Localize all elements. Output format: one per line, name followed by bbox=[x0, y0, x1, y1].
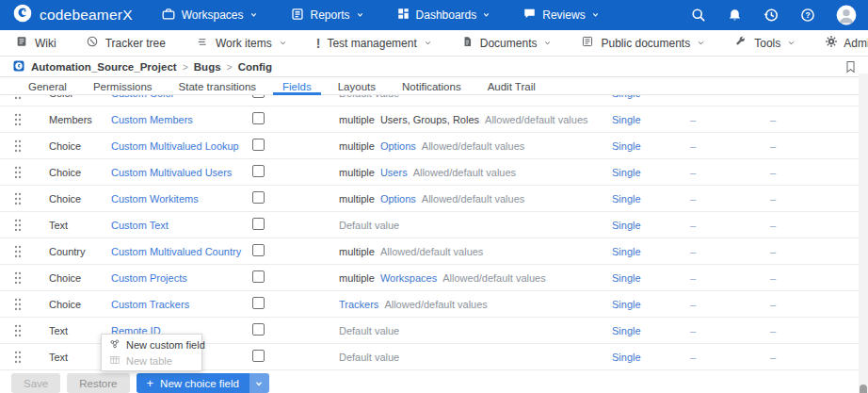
dash-value: – bbox=[770, 193, 868, 205]
field-checkbox[interactable] bbox=[252, 323, 265, 336]
tab-layouts[interactable]: Layouts bbox=[325, 77, 389, 94]
vertical-scrollbar-thumb[interactable] bbox=[860, 385, 867, 393]
field-name-link[interactable]: Custom Trackers bbox=[111, 299, 252, 310]
description-link[interactable]: Users bbox=[380, 167, 408, 178]
single-link[interactable]: Single bbox=[612, 272, 690, 284]
toolbar-test-management[interactable]: ! Test management bbox=[316, 37, 432, 50]
description-text: multiple bbox=[339, 193, 375, 205]
new-choice-field-button[interactable]: + New choice field bbox=[137, 373, 249, 393]
dash-value: – bbox=[770, 299, 868, 310]
tab-state-transitions[interactable]: State transitions bbox=[166, 77, 269, 94]
description-link[interactable]: Options bbox=[380, 140, 416, 152]
menu-item-new-table[interactable]: New table bbox=[102, 352, 201, 368]
description-text: Allowed/default values bbox=[380, 246, 483, 257]
drag-handle-icon[interactable] bbox=[0, 298, 49, 311]
field-name-link[interactable]: Custom Multivalued Users bbox=[111, 167, 252, 178]
single-link[interactable]: Single bbox=[612, 140, 690, 152]
tab-fields[interactable]: Fields bbox=[269, 77, 325, 94]
field-checkbox[interactable] bbox=[252, 297, 265, 309]
field-checkbox[interactable] bbox=[252, 95, 265, 98]
single-link[interactable]: Single bbox=[612, 220, 690, 231]
tab-permissions[interactable]: Permissions bbox=[80, 77, 166, 94]
field-checkbox[interactable] bbox=[252, 165, 265, 177]
drag-handle-icon[interactable] bbox=[0, 351, 49, 364]
nav-workspaces[interactable]: Workspaces bbox=[161, 7, 258, 25]
new-choice-field-caret-button[interactable] bbox=[249, 373, 269, 393]
search-icon[interactable] bbox=[690, 7, 707, 24]
save-button[interactable]: Save bbox=[11, 373, 60, 393]
field-name-link[interactable]: Custom Members bbox=[111, 114, 252, 125]
single-link[interactable]: Single bbox=[612, 352, 690, 363]
single-link[interactable]: Single bbox=[612, 325, 690, 336]
field-name-link[interactable]: Custom Color bbox=[111, 95, 252, 99]
drag-handle-icon[interactable] bbox=[0, 113, 49, 126]
toolbar-work-items[interactable]: Work items bbox=[195, 35, 287, 52]
single-link[interactable]: Single bbox=[612, 246, 690, 257]
breadcrumb-project-link[interactable]: Automation_Source_Project bbox=[31, 61, 177, 73]
field-checkbox[interactable] bbox=[252, 191, 265, 204]
single-link[interactable]: Single bbox=[612, 114, 690, 125]
breadcrumb-bugs-link[interactable]: Bugs bbox=[194, 61, 221, 73]
wrench-icon bbox=[734, 35, 747, 51]
toolbar-admin[interactable]: Admin bbox=[825, 35, 868, 51]
drag-handle-icon[interactable] bbox=[0, 219, 49, 232]
field-name-link[interactable]: Custom Text bbox=[111, 220, 252, 231]
single-link[interactable]: Single bbox=[612, 193, 690, 205]
toolbar-public-documents[interactable]: Public documents bbox=[581, 35, 705, 51]
single-link[interactable]: Single bbox=[612, 299, 690, 310]
tab-notifications[interactable]: Notifications bbox=[389, 77, 474, 94]
description-link[interactable]: Workspaces bbox=[380, 272, 437, 284]
field-checkbox[interactable] bbox=[252, 218, 265, 230]
bookmark-icon[interactable] bbox=[845, 60, 856, 75]
field-name-link[interactable]: Custom Workitems bbox=[111, 193, 252, 205]
single-link[interactable]: Single bbox=[612, 167, 690, 178]
notifications-bell-icon[interactable] bbox=[727, 8, 743, 24]
field-checkbox[interactable] bbox=[252, 112, 265, 124]
nav-reviews[interactable]: Reviews bbox=[522, 7, 599, 24]
toolbar-documents[interactable]: Documents bbox=[461, 35, 553, 51]
description-link[interactable]: Trackers bbox=[339, 299, 378, 310]
tab-general[interactable]: General bbox=[15, 77, 80, 94]
field-name-link[interactable]: Custom Multivalued Country bbox=[111, 246, 252, 257]
dash-value: – bbox=[690, 220, 770, 231]
field-checkbox[interactable] bbox=[252, 350, 265, 362]
field-name-link[interactable]: Custom Projects bbox=[111, 272, 252, 284]
field-description: TrackersAllowed/default values bbox=[339, 299, 612, 310]
drag-handle-icon[interactable] bbox=[0, 324, 49, 337]
single-link[interactable]: Single bbox=[612, 95, 690, 99]
field-checkbox[interactable] bbox=[252, 139, 265, 151]
field-checkbox[interactable] bbox=[252, 270, 265, 283]
toolbar-tracker-tree[interactable]: Tracker tree bbox=[86, 35, 166, 51]
drag-handle-icon[interactable] bbox=[0, 271, 49, 285]
history-icon[interactable] bbox=[763, 7, 780, 24]
tab-audit-trail[interactable]: Audit Trail bbox=[474, 77, 549, 94]
restore-button[interactable]: Restore bbox=[67, 373, 129, 393]
field-description: Default value bbox=[339, 95, 612, 99]
description-link[interactable]: Options bbox=[380, 193, 416, 205]
menu-item-new-custom-field[interactable]: New custom field bbox=[102, 336, 201, 352]
field-name-link[interactable]: Custom Multivalued Lookup bbox=[111, 140, 252, 152]
toolbar-tools[interactable]: Tools bbox=[734, 35, 796, 51]
description-text: Default value bbox=[339, 220, 399, 231]
dashboard-tiles-icon bbox=[396, 7, 410, 24]
help-icon[interactable]: ? bbox=[799, 7, 816, 24]
description-text: Allowed/default values bbox=[442, 272, 545, 284]
codebeamer-brand[interactable]: codebeamerX bbox=[13, 4, 133, 26]
drag-handle-icon[interactable] bbox=[0, 139, 49, 153]
drag-handle-icon[interactable] bbox=[0, 192, 49, 205]
drag-handle-icon[interactable] bbox=[0, 166, 49, 179]
nav-label: Workspaces bbox=[182, 8, 244, 22]
description-text: Allowed/default values bbox=[422, 140, 524, 152]
reviews-icon bbox=[522, 7, 537, 24]
drag-handle-icon[interactable] bbox=[0, 245, 49, 258]
new-field-dropdown-menu: New custom field New table bbox=[101, 334, 202, 371]
nav-reports[interactable]: Reports bbox=[290, 7, 364, 25]
toolbar-wiki[interactable]: Wiki bbox=[15, 35, 56, 51]
brand-name: codebeamerX bbox=[40, 7, 133, 24]
plus-icon: + bbox=[147, 377, 154, 389]
nav-dashboards[interactable]: Dashboards bbox=[396, 7, 491, 24]
description-text: Allowed/default values bbox=[422, 193, 524, 205]
drag-handle-icon[interactable] bbox=[0, 95, 49, 100]
user-avatar[interactable] bbox=[836, 5, 857, 25]
field-checkbox[interactable] bbox=[252, 244, 265, 256]
